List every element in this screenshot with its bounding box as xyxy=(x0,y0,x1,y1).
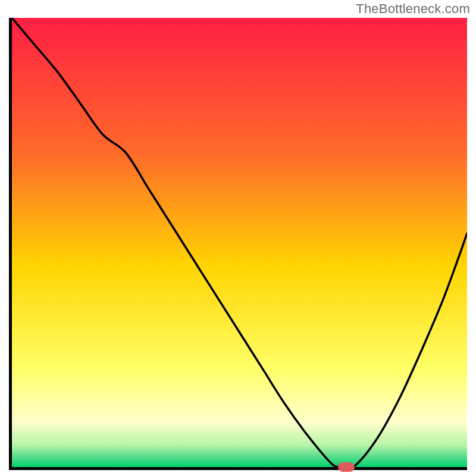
optimal-point-marker xyxy=(338,462,355,472)
bottleneck-curve-path xyxy=(12,18,467,467)
curve-svg xyxy=(12,18,467,467)
plot-area xyxy=(9,18,467,470)
chart-frame: TheBottleneck.com xyxy=(0,0,476,476)
plot-inner xyxy=(12,18,467,467)
watermark-text: TheBottleneck.com xyxy=(356,1,470,17)
